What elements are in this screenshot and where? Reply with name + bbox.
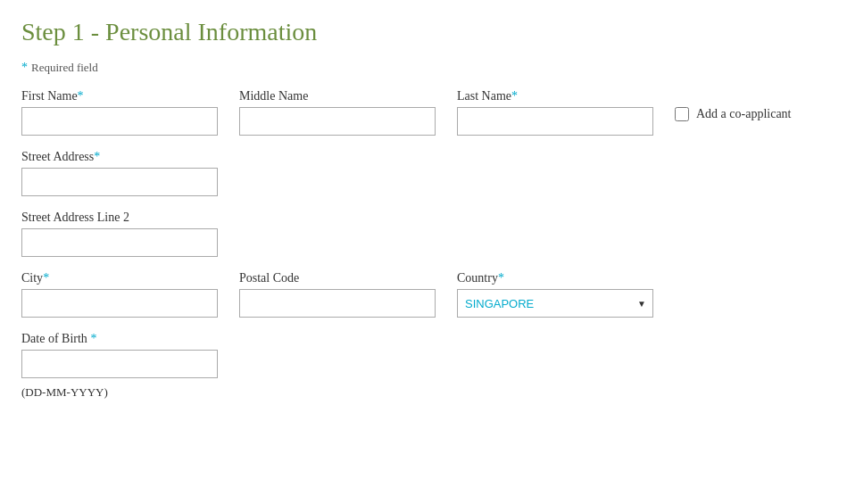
last-name-required-star: * — [511, 89, 518, 103]
country-required-star: * — [498, 271, 504, 285]
first-name-label: First Name* — [21, 89, 218, 103]
country-select[interactable]: SINGAPORE MALAYSIA INDONESIA THAILAND PH… — [457, 289, 653, 318]
middle-name-input[interactable] — [239, 107, 436, 136]
middle-name-label: Middle Name — [239, 89, 436, 103]
street-address-row: Street Address* — [21, 150, 826, 196]
dob-required-star: * — [90, 332, 96, 345]
city-label: City* — [21, 271, 218, 285]
co-applicant-checkbox[interactable] — [675, 107, 689, 121]
street-address-required-star: * — [94, 150, 100, 163]
street-address-input[interactable] — [21, 168, 218, 196]
dob-group: Date of Birth * (DD-MM-YYYY) — [21, 332, 218, 400]
country-label: Country* — [457, 271, 653, 285]
postal-code-group: Postal Code — [239, 271, 436, 318]
last-name-input[interactable] — [457, 107, 653, 136]
city-required-star: * — [43, 271, 49, 285]
city-input[interactable] — [21, 289, 218, 318]
co-applicant-label: Add a co-applicant — [696, 107, 792, 121]
city-group: City* — [21, 271, 218, 318]
dob-input[interactable] — [21, 350, 218, 378]
country-group: Country* SINGAPORE MALAYSIA INDONESIA TH… — [457, 271, 653, 318]
postal-code-label: Postal Code — [239, 271, 436, 285]
name-row: First Name* Middle Name Last Name* Add a… — [21, 89, 826, 136]
dob-hint: (DD-MM-YYYY) — [21, 385, 218, 400]
dob-label: Date of Birth * — [21, 332, 218, 346]
middle-name-group: Middle Name — [239, 89, 436, 136]
street-address-2-label: Street Address Line 2 — [21, 211, 218, 225]
co-applicant-group: Add a co-applicant — [675, 107, 792, 121]
last-name-label: Last Name* — [457, 89, 653, 103]
page-title: Step 1 - Personal Information — [21, 18, 826, 46]
first-name-required-star: * — [78, 89, 84, 103]
required-note: * Required field — [21, 61, 826, 75]
last-name-group: Last Name* — [457, 89, 653, 136]
required-star: * — [21, 61, 28, 75]
street-address-2-row: Street Address Line 2 — [21, 211, 826, 257]
first-name-group: First Name* — [21, 89, 218, 136]
street-address-label: Street Address* — [21, 150, 218, 164]
first-name-input[interactable] — [21, 107, 218, 136]
required-note-text: Required field — [31, 61, 98, 75]
dob-row: Date of Birth * (DD-MM-YYYY) — [21, 332, 826, 400]
street-address-2-input[interactable] — [21, 228, 218, 257]
street-address-2-group: Street Address Line 2 — [21, 211, 218, 257]
country-select-wrapper: SINGAPORE MALAYSIA INDONESIA THAILAND PH… — [457, 289, 653, 318]
city-postal-country-row: City* Postal Code Country* SINGAPORE MAL… — [21, 271, 826, 318]
street-address-group: Street Address* — [21, 150, 218, 196]
postal-code-input[interactable] — [239, 289, 436, 318]
